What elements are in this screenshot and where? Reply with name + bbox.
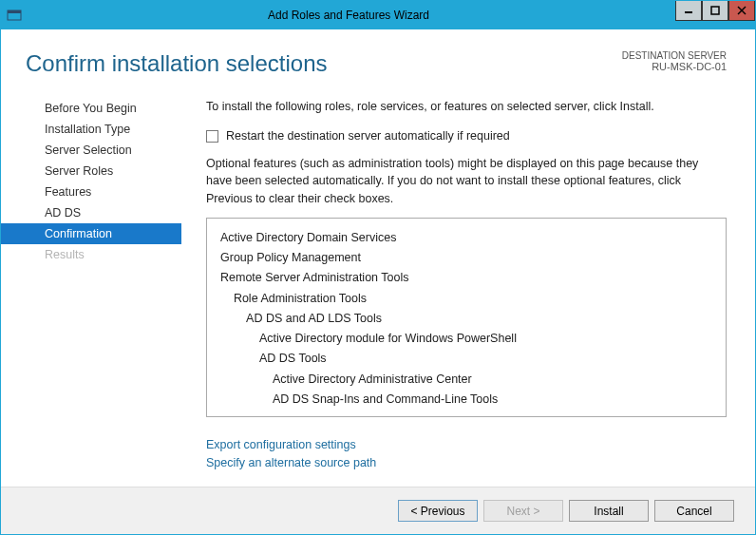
footer: < Previous Next > Install Cancel xyxy=(1,487,755,534)
export-settings-link[interactable]: Export configuration settings xyxy=(206,436,727,454)
close-button[interactable] xyxy=(728,1,755,21)
alternate-source-link[interactable]: Specify an alternate source path xyxy=(206,454,727,472)
window-controls xyxy=(675,1,755,21)
svg-rect-3 xyxy=(711,7,719,14)
titlebar[interactable]: Add Roles and Features Wizard xyxy=(1,1,755,29)
sidebar-item-features[interactable]: Features xyxy=(1,182,181,202)
list-item: Active Directory Administrative Center xyxy=(220,370,712,390)
list-item: Group Policy Management xyxy=(220,248,712,268)
links-section: Export configuration settings Specify an… xyxy=(206,436,727,472)
destination-server: DESTINATION SERVER RU-MSK-DC-01 xyxy=(622,50,727,72)
sidebar: Before You Begin Installation Type Serve… xyxy=(1,94,181,465)
install-button[interactable]: Install xyxy=(569,500,649,522)
list-item: AD DS Snap-Ins and Command-Line Tools xyxy=(220,390,712,410)
intro-text: To install the following roles, role ser… xyxy=(206,98,727,116)
maximize-button[interactable] xyxy=(702,1,728,21)
app-icon xyxy=(7,8,22,23)
list-item: Active Directory Domain Services xyxy=(220,228,712,248)
main-content: To install the following roles, role ser… xyxy=(181,94,755,465)
sidebar-item-server-selection[interactable]: Server Selection xyxy=(1,140,181,161)
sidebar-item-confirmation[interactable]: Confirmation xyxy=(1,223,181,244)
sidebar-item-before-you-begin[interactable]: Before You Begin xyxy=(1,98,181,119)
previous-button[interactable]: < Previous xyxy=(398,500,478,522)
destination-value: RU-MSK-DC-01 xyxy=(622,61,727,72)
cancel-button[interactable]: Cancel xyxy=(654,500,734,522)
wizard-window: Add Roles and Features Wizard Confirm in… xyxy=(0,0,756,535)
sidebar-item-installation-type[interactable]: Installation Type xyxy=(1,119,181,140)
next-button: Next > xyxy=(483,500,563,522)
list-item: AD DS Tools xyxy=(220,349,712,369)
list-item: Role Administration Tools xyxy=(220,289,712,309)
sidebar-item-results: Results xyxy=(1,244,181,265)
minimize-button[interactable] xyxy=(675,1,702,21)
list-item: Active Directory module for Windows Powe… xyxy=(220,329,712,349)
sidebar-item-ad-ds[interactable]: AD DS xyxy=(1,202,181,223)
header: Confirm installation selections DESTINAT… xyxy=(1,29,755,94)
page-title: Confirm installation selections xyxy=(26,50,327,77)
destination-label: DESTINATION SERVER xyxy=(622,50,727,61)
list-item: AD DS and AD LDS Tools xyxy=(220,309,712,329)
restart-checkbox[interactable] xyxy=(206,130,218,143)
sidebar-item-server-roles[interactable]: Server Roles xyxy=(1,161,181,182)
restart-label: Restart the destination server automatic… xyxy=(226,127,510,145)
list-item: Remote Server Administration Tools xyxy=(220,268,712,288)
window-title: Add Roles and Features Wizard xyxy=(22,9,675,22)
optional-text: Optional features (such as administratio… xyxy=(206,155,727,208)
features-list[interactable]: Active Directory Domain Services Group P… xyxy=(206,218,727,417)
restart-row: Restart the destination server automatic… xyxy=(206,127,727,145)
svg-rect-1 xyxy=(8,10,21,13)
